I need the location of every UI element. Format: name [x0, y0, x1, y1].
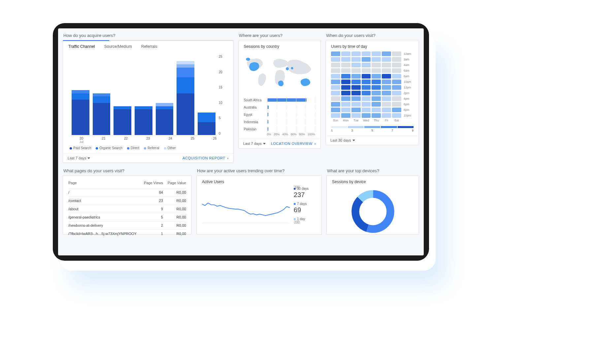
- section-title-active: How are your active users trending over …: [197, 168, 322, 173]
- tab-source-medium[interactable]: Source/Medium: [104, 44, 132, 49]
- section-title-pages: What pages do your users visit?: [63, 168, 192, 173]
- country-bar-list: South AfricaAustraliaEgyptIndonesiaPakis…: [244, 96, 315, 133]
- dashboard-screen: How do you acquire users? Traffic Channe…: [58, 28, 424, 255]
- svg-point-1: [286, 67, 289, 70]
- chevron-down-icon: [263, 143, 266, 145]
- svg-point-0: [246, 58, 250, 61]
- acquisition-report-link[interactable]: ACQUISITION REPORT›: [182, 156, 228, 160]
- chevron-down-icon: [87, 157, 90, 159]
- card-where: Sessions by country: [238, 40, 321, 149]
- world-map-choropleth: [244, 51, 315, 94]
- tab-referrals[interactable]: Referrals: [141, 44, 157, 49]
- section-title-acquire: How do you acquire users?: [63, 33, 234, 38]
- when-range-dropdown[interactable]: Last 30 days: [330, 138, 355, 142]
- active-subtitle: Active Users: [202, 180, 316, 184]
- tab-traffic-channel[interactable]: Traffic Channel: [68, 44, 95, 49]
- time-of-day-heatmap: 12am2am4am6am8am10am12pm2pm4pm6pm8pm10pm…: [331, 51, 413, 123]
- svg-point-2: [291, 67, 293, 69]
- acquire-range-dropdown[interactable]: Last 7 days: [68, 156, 90, 160]
- section-title-when: When do your users visit?: [326, 33, 419, 38]
- card-when: Users by time of day 12am2am4am6am8am10a…: [325, 40, 419, 145]
- stacked-bar-legend: Paid SearchOrganic SearchDirectReferralO…: [68, 144, 228, 150]
- col-page: Page: [68, 181, 137, 185]
- sessions-by-device-donut: [332, 187, 413, 236]
- chevron-right-icon: ›: [227, 156, 228, 160]
- table-row[interactable]: /contact23R0,00: [68, 196, 186, 205]
- devices-subtitle: Sessions by device: [332, 180, 413, 184]
- active-users-stats: 30 days2377 days691 day: [290, 187, 316, 223]
- section-title-where: Where are your users?: [239, 33, 321, 38]
- chevron-right-icon: ›: [314, 142, 316, 146]
- table-row[interactable]: /newborns-at-delivery2R0,00: [68, 221, 186, 229]
- where-subtitle: Sessions by country: [244, 44, 315, 49]
- stacked-bar-chart: [70, 55, 217, 135]
- col-page-views: Page Views: [137, 181, 163, 185]
- pages-table: Page Page Views Page Value /84R0,00/cont…: [68, 180, 186, 238]
- table-row[interactable]: /?fbclid=IwAR3-..h…5j-w73XmjYNPROOY1R0,0…: [68, 229, 186, 238]
- tablet-frame: How do you acquire users? Traffic Channe…: [53, 23, 429, 261]
- card-devices: Sessions by device: [326, 175, 419, 235]
- svg-point-5: [355, 194, 390, 229]
- when-subtitle: Users by time of day: [331, 44, 413, 49]
- active-users-line-chart: 300 200: [202, 187, 290, 223]
- acquire-tabs: Traffic Channel Source/Medium Referrals: [63, 41, 233, 49]
- card-active-users: Active Users 300 200 30 days2377 days691…: [196, 175, 322, 235]
- location-overview-link[interactable]: LOCATION OVERVIEW›: [271, 142, 316, 146]
- table-row[interactable]: /84R0,00: [68, 188, 186, 196]
- table-row[interactable]: /general-paediatrics5R0,00: [68, 213, 186, 221]
- card-pages: Page Page Views Page Value /84R0,00/cont…: [63, 175, 192, 235]
- where-range-dropdown[interactable]: Last 7 days: [243, 142, 266, 146]
- chevron-down-icon: [352, 140, 355, 141]
- card-acquire: Traffic Channel Source/Medium Referrals …: [63, 40, 234, 163]
- col-page-value: Page Value: [163, 181, 186, 185]
- table-row[interactable]: /about9R0,00: [68, 205, 186, 213]
- section-title-devices: What are your top devices?: [327, 168, 419, 173]
